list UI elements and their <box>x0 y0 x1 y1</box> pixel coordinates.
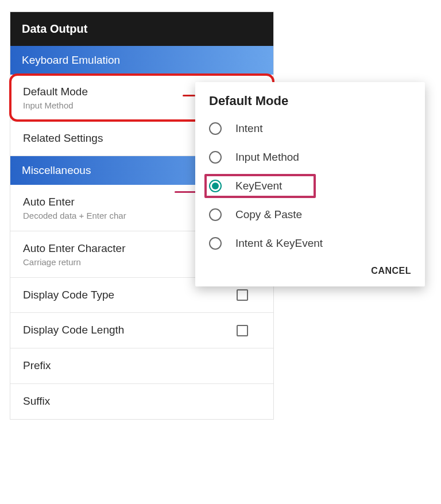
item-title: Display Code Length <box>23 323 124 338</box>
radio-unselected-icon <box>209 208 222 221</box>
item-title: Display Code Type <box>23 288 114 303</box>
item-title: Prefix <box>23 359 262 373</box>
dialog-title: Default Mode <box>195 94 425 114</box>
radio-label: KeyEvent <box>235 180 282 192</box>
page-title: Data Output <box>10 12 273 46</box>
checkbox-unchecked-icon[interactable] <box>237 289 248 301</box>
radio-unselected-icon <box>209 122 222 135</box>
radio-label: Copy & Paste <box>235 208 302 221</box>
radio-label: Intent <box>235 122 263 135</box>
radio-option[interactable]: Intent & KeyEvent <box>195 229 425 258</box>
section-keyboard-emulation: Keyboard Emulation <box>10 46 273 75</box>
item-display-code-length[interactable]: Display Code Length <box>10 313 273 348</box>
radio-label: Input Method <box>235 151 299 164</box>
radio-selected-icon <box>209 180 222 192</box>
radio-unselected-icon <box>209 237 222 250</box>
checkbox-unchecked-icon[interactable] <box>237 325 248 336</box>
item-prefix[interactable]: Prefix <box>10 348 273 384</box>
radio-option[interactable]: Input Method <box>195 143 425 172</box>
radio-option[interactable]: Intent <box>195 114 425 143</box>
radio-option[interactable]: KeyEvent <box>195 172 425 200</box>
default-mode-dialog: Default Mode IntentInput MethodKeyEventC… <box>195 82 425 286</box>
cancel-button[interactable]: CANCEL <box>371 266 411 276</box>
radio-label: Intent & KeyEvent <box>235 237 323 250</box>
radio-unselected-icon <box>209 151 222 164</box>
dialog-actions: CANCEL <box>195 258 425 286</box>
item-suffix[interactable]: Suffix <box>10 384 273 419</box>
radio-option[interactable]: Copy & Paste <box>195 200 425 229</box>
item-title: Suffix <box>23 394 262 409</box>
